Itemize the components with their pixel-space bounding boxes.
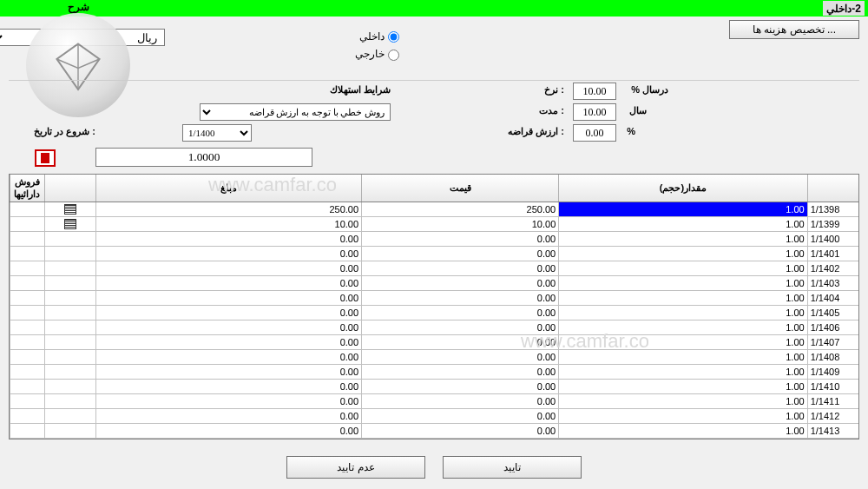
cell-qty[interactable]: 1.00 xyxy=(558,247,806,261)
table-row[interactable]: 1/14081.000.000.00 xyxy=(10,350,858,365)
table-row[interactable]: 1/14071.000.000.00 xyxy=(10,335,858,350)
cell-date[interactable]: 1/1405 xyxy=(807,306,858,320)
cell-date[interactable]: 1/1398 xyxy=(807,202,858,216)
cell-qty[interactable]: 1.00 xyxy=(558,350,806,364)
cell-amount[interactable]: 0.00 xyxy=(95,409,361,423)
cell-amount[interactable]: 0.00 xyxy=(95,394,361,408)
cell-date[interactable]: 1/1399 xyxy=(807,217,858,231)
cell-amount[interactable]: 0.00 xyxy=(95,291,361,305)
table-row[interactable]: 1/13991.0010.0010.00 xyxy=(10,217,858,232)
cell-price[interactable]: 0.00 xyxy=(361,232,558,246)
cell-qty[interactable]: 1.00 xyxy=(558,232,806,246)
table-row[interactable]: 1/14011.000.000.00 xyxy=(10,247,858,261)
calculator-icon[interactable] xyxy=(35,149,56,167)
cell-qty[interactable]: 1.00 xyxy=(558,394,806,408)
cell-price[interactable]: 10.00 xyxy=(361,217,558,231)
cell-date[interactable]: 1/1409 xyxy=(807,365,858,379)
cell-qty[interactable]: 1.00 xyxy=(558,306,806,320)
cell-qty[interactable]: 1.00 xyxy=(558,320,806,334)
cell-date[interactable]: 1/1408 xyxy=(807,350,858,364)
col-amount[interactable]: مبلغ xyxy=(95,175,361,202)
table-row[interactable]: 1/14051.000.000.00 xyxy=(10,306,858,320)
detail-icon[interactable] xyxy=(64,219,76,229)
cell-qty[interactable]: 1.00 xyxy=(558,276,806,290)
cell-date[interactable]: 1/1406 xyxy=(807,320,858,334)
cell-price[interactable]: 0.00 xyxy=(361,247,558,261)
radio-external-input[interactable] xyxy=(388,50,399,61)
cell-amount[interactable]: 0.00 xyxy=(95,261,361,275)
table-row[interactable]: 1/14061.000.000.00 xyxy=(10,320,858,335)
cell-price[interactable]: 0.00 xyxy=(361,365,558,379)
cell-qty[interactable]: 1.00 xyxy=(558,380,806,393)
cell-amount[interactable]: 0.00 xyxy=(95,365,361,379)
cell-price[interactable]: 0.00 xyxy=(361,291,558,305)
cell-amount[interactable]: 0.00 xyxy=(95,247,361,261)
ok-button[interactable]: تاييد xyxy=(443,456,582,479)
cell-price[interactable]: 0.00 xyxy=(361,424,558,438)
cell-amount[interactable]: 0.00 xyxy=(95,320,361,334)
table-row[interactable]: 1/14091.000.000.00 xyxy=(10,365,858,380)
cell-price[interactable]: 0.00 xyxy=(361,306,558,320)
cell-date[interactable]: 1/1407 xyxy=(807,335,858,349)
cell-date[interactable]: 1/1412 xyxy=(807,409,858,423)
cell-price[interactable]: 0.00 xyxy=(361,380,558,393)
deprec-method-select[interactable]: روش خطي با توجه به ارزش قراضه xyxy=(200,103,391,121)
cell-price[interactable]: 0.00 xyxy=(361,276,558,290)
cell-date[interactable]: 1/1413 xyxy=(807,424,858,438)
cell-price[interactable]: 0.00 xyxy=(361,320,558,334)
detail-icon[interactable] xyxy=(64,204,76,215)
cell-date[interactable]: 1/1404 xyxy=(807,291,858,305)
cell-price[interactable]: 250.00 xyxy=(361,202,558,216)
cell-price[interactable]: 0.00 xyxy=(361,335,558,349)
radio-internal-input[interactable] xyxy=(388,31,399,43)
table-row[interactable]: 1/14041.000.000.00 xyxy=(10,291,858,306)
scrap-input[interactable] xyxy=(573,124,616,142)
cell-detail[interactable] xyxy=(44,202,95,216)
cell-qty[interactable]: 1.00 xyxy=(558,424,806,438)
cell-amount[interactable]: 0.00 xyxy=(95,276,361,290)
table-row[interactable]: 1/14031.000.000.00 xyxy=(10,276,858,291)
year-input[interactable] xyxy=(573,103,616,121)
cell-amount[interactable]: 0.00 xyxy=(95,380,361,393)
cell-qty[interactable]: 1.00 xyxy=(558,409,806,423)
cell-price[interactable]: 0.00 xyxy=(361,261,558,275)
cell-date[interactable]: 1/1400 xyxy=(807,232,858,246)
allocate-costs-button[interactable]: ... تخصيص هزينه ها xyxy=(729,20,859,39)
col-date[interactable] xyxy=(807,175,858,202)
cell-price[interactable]: 0.00 xyxy=(361,394,558,408)
cell-qty[interactable]: 1.00 xyxy=(558,365,806,379)
cell-amount[interactable]: 0.00 xyxy=(95,232,361,246)
cell-qty[interactable]: 1.00 xyxy=(558,217,806,231)
cell-date[interactable]: 1/1411 xyxy=(807,394,858,408)
cell-detail[interactable] xyxy=(44,217,95,231)
start-date-select[interactable]: 1/1400 xyxy=(182,124,252,142)
cell-qty[interactable]: 1.00 xyxy=(558,261,806,275)
cell-price[interactable]: 0.00 xyxy=(361,350,558,364)
cell-amount[interactable]: 0.00 xyxy=(95,306,361,320)
data-grid[interactable]: مقدار(حجم) قيمت مبلغ فروش دارائيها 1/139… xyxy=(9,174,859,439)
cell-amount[interactable]: 0.00 xyxy=(95,335,361,349)
table-row[interactable]: 1/14121.000.000.00 xyxy=(10,409,858,424)
radio-internal[interactable]: داخلي xyxy=(355,30,399,43)
cell-amount[interactable]: 0.00 xyxy=(95,424,361,438)
cell-date[interactable]: 1/1401 xyxy=(807,247,858,261)
cell-date[interactable]: 1/1402 xyxy=(807,261,858,275)
cell-price[interactable]: 0.00 xyxy=(361,409,558,423)
table-row[interactable]: 1/14101.000.000.00 xyxy=(10,380,858,394)
rate-input[interactable] xyxy=(573,83,616,100)
cell-amount[interactable]: 10.00 xyxy=(95,217,361,231)
factor-input[interactable] xyxy=(95,148,312,167)
cell-amount[interactable]: 250.00 xyxy=(95,202,361,216)
table-row[interactable]: 1/14021.000.000.00 xyxy=(10,261,858,276)
cell-qty[interactable]: 1.00 xyxy=(558,202,806,216)
table-row[interactable]: 1/14131.000.000.00 xyxy=(10,424,858,439)
table-row[interactable]: 1/14001.000.000.00 xyxy=(10,232,858,247)
col-quantity[interactable]: مقدار(حجم) xyxy=(558,175,806,202)
cell-qty[interactable]: 1.00 xyxy=(558,291,806,305)
radio-external[interactable]: خارجي xyxy=(355,48,399,60)
cancel-button[interactable]: عدم تاييد xyxy=(286,456,425,479)
table-row[interactable]: 1/14111.000.000.00 xyxy=(10,394,858,409)
col-sales-assets[interactable]: فروش دارائيها xyxy=(10,175,44,202)
col-price[interactable]: قيمت xyxy=(361,175,558,202)
table-row[interactable]: 1/13981.00250.00250.00 xyxy=(10,202,858,217)
